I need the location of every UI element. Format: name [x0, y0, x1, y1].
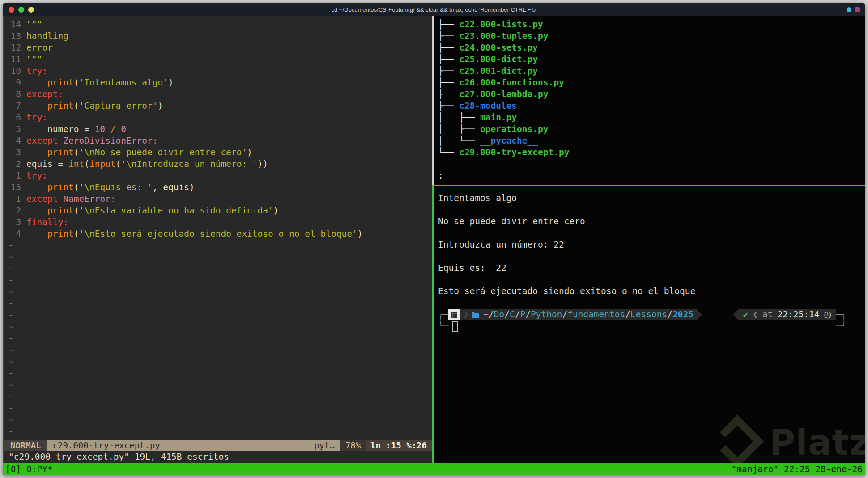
empty-line-tilde: ~: [9, 403, 432, 414]
empty-line-tilde: ~: [9, 380, 432, 391]
shell-input-line: ╰─ ─╯: [438, 320, 865, 332]
empty-line-tilde: ~: [9, 368, 432, 380]
vim-mode-indicator: NORMAL: [4, 440, 47, 451]
window-title: cd ~/Documentos/CS-Featuring/ && clear &…: [3, 6, 865, 13]
shell-pane[interactable]: Intentamos algoNo se puede divir entre c…: [434, 186, 865, 463]
empty-line-tilde: ~: [9, 321, 432, 333]
desktop: cd ~/Documentos/CS-Featuring/ && clear &…: [0, 0, 868, 478]
tree-item: ├── c25.001-dict.py: [438, 65, 865, 77]
clock-icon: ◷: [824, 309, 832, 320]
tree-item: ├── c27.000-lambda.py: [438, 89, 865, 100]
vim-cursor-position: ln :15 %:26: [366, 440, 432, 451]
code-line: 15 print('\nEquis es: ', equis): [9, 182, 432, 193]
shell-output: Intentamos algoNo se puede divir entre c…: [438, 192, 865, 297]
output-line: Introduzca un número: 22: [438, 239, 865, 251]
vim-statusline: NORMAL c29.000-try-except.pypyt… 78% ln …: [4, 440, 432, 451]
tree-item: ├── c22.000-lists.py: [438, 19, 865, 30]
code-line: 4 print('\nEsto será ejecutado siendo ex…: [9, 228, 432, 240]
empty-line-tilde: ~: [9, 345, 432, 356]
line-number: 2: [9, 205, 21, 217]
prompt-left-segment: ❯ ~/Do/C/P/Python/fundamentos/Lessons/20…: [448, 309, 696, 320]
empty-line-tilde: ~: [9, 275, 432, 286]
tree-item: │ ├── operations.py: [438, 124, 865, 135]
tree-file-name: c29.000-try-except.py: [459, 147, 570, 158]
titlebar-layout-icon[interactable]: [855, 7, 860, 12]
maximize-button[interactable]: [18, 7, 24, 13]
line-number: 4: [9, 135, 21, 147]
minimize-button[interactable]: [28, 7, 34, 13]
tree-item: ├── c24.000-sets.py: [438, 42, 865, 54]
titlebar-status-icon[interactable]: [847, 7, 851, 12]
code-line: 13handling: [9, 30, 432, 42]
output-line: [438, 227, 865, 239]
empty-line-tilde: ~: [9, 414, 432, 426]
vim-pane[interactable]: 14"""13handling12error11"""10try:9 print…: [3, 16, 432, 463]
tmux-workspace: 14"""13handling12error11"""10try:9 print…: [3, 16, 865, 463]
manjaro-logo-icon: [448, 309, 460, 320]
code-line: 6try:: [9, 112, 432, 124]
exit-status-check-icon: ✔: [743, 309, 749, 320]
tree-item: ├── c25.000-dict.py: [438, 54, 865, 65]
code-line: 3 print('\nNo se puede divir entre cero'…: [9, 147, 432, 158]
output-line: [438, 204, 865, 216]
tree-item: │ └── __pycache__: [438, 135, 865, 147]
line-number: 11: [9, 54, 21, 65]
empty-line-tilde: ~: [9, 286, 432, 298]
line-number: 13: [9, 30, 21, 42]
empty-line-tilde: ~: [9, 426, 432, 438]
code-line: 9 print('Intentamos algo'): [9, 77, 432, 89]
tree-item: ├── c26.000-functions.py: [438, 77, 865, 89]
terminal-window: cd ~/Documentos/CS-Featuring/ && clear &…: [3, 3, 865, 475]
line-number: 10: [9, 65, 21, 77]
output-line: No se puede divir entre cero: [438, 216, 865, 227]
empty-line-tilde: ~: [9, 391, 432, 403]
prompt-at-label: at: [762, 309, 773, 320]
tree-item: ├── c23.000-tuples.py: [438, 30, 865, 42]
pager-prompt[interactable]: :: [438, 170, 865, 182]
close-button[interactable]: [9, 7, 14, 13]
prompt-frame-bottom-left: ╰─: [438, 320, 448, 332]
output-line: Esto será ejecutado siendo exitoso o no …: [438, 286, 865, 297]
tree-directory-name: c28-modules: [459, 101, 517, 111]
folder-icon: [471, 312, 480, 318]
code-line: 3finally:: [9, 217, 432, 228]
vim-buffer[interactable]: 14"""13handling12error11"""10try:9 print…: [4, 16, 432, 440]
terminal-cursor[interactable]: [452, 321, 458, 332]
vim-filetype: pyt…: [314, 440, 335, 451]
tmux-session-window[interactable]: [0] 0:PY*: [5, 464, 53, 474]
vim-filename: c29.000-try-except.py: [53, 440, 160, 451]
line-number: 12: [9, 42, 21, 54]
vim-message-line: "c29.000-try-except.py" 19L, 415B escrit…: [4, 451, 432, 463]
line-number: 14: [9, 19, 21, 30]
empty-line-tilde: ~: [9, 252, 432, 263]
output-line: Equis es: 22: [438, 262, 865, 274]
prompt-frame-top-right: ─╮: [836, 309, 847, 320]
tmux-status-bar: [0] 0:PY* "manjaro" 22:25 28-ene-26: [3, 463, 865, 475]
prompt-right-segment: ✔ ❮ at 22:25:14 ◷: [739, 309, 836, 320]
empty-line-tilde: ~: [9, 310, 432, 321]
line-number: 3: [9, 217, 21, 228]
tree-item: └── c29.000-try-except.py: [438, 147, 865, 158]
prompt-path: ~/Do/C/P/Python/fundamentos/Lessons/2025: [483, 309, 694, 320]
code-line: 5 numero = 10 / 0: [9, 124, 432, 135]
tree-directory-name: __pycache__: [480, 136, 538, 146]
line-number: 8: [9, 89, 21, 100]
tree-file-name: c25.000-dict.py: [459, 54, 538, 64]
line-number: 1: [9, 193, 21, 205]
prompt-separator-chevron: ❯: [460, 309, 471, 320]
tree-file-name: c22.000-lists.py: [459, 19, 543, 30]
tree-file-name: c25.001-dict.py: [459, 66, 538, 76]
line-number: 7: [9, 100, 21, 112]
code-line: 8except:: [9, 89, 432, 100]
tree-item: │ ├── main.py: [438, 112, 865, 124]
tree-output-pane[interactable]: ├── c22.000-lists.py├── c23.000-tuples.p…: [434, 16, 865, 185]
tree-file-name: operations.py: [480, 124, 549, 134]
tree-file-name: main.py: [480, 112, 517, 123]
line-number: 2: [9, 158, 21, 170]
vim-filename-segment: c29.000-try-except.pypyt…: [47, 440, 340, 451]
code-line: 1except NameError:: [9, 193, 432, 205]
file-tree: ├── c22.000-lists.py├── c23.000-tuples.p…: [438, 19, 865, 158]
empty-line-tilde: ~: [9, 240, 432, 252]
window-titlebar: cd ~/Documentos/CS-Featuring/ && clear &…: [3, 3, 865, 16]
prompt-time: 22:25:14: [778, 309, 820, 320]
